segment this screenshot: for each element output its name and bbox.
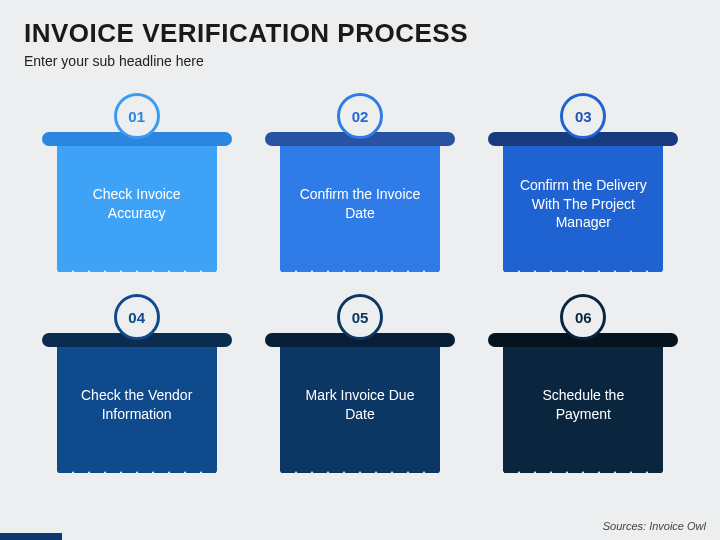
step-number-badge: 04: [114, 294, 160, 340]
step-4: 04 Check the Vendor Information: [40, 294, 233, 473]
step-number-badge: 01: [114, 93, 160, 139]
svg-marker-4: [280, 471, 440, 483]
step-number-badge: 03: [560, 93, 606, 139]
step-2: 02 Confirm the Invoice Date: [263, 93, 456, 272]
step-label: Confirm the Invoice Date: [290, 185, 430, 223]
zigzag-icon: [57, 471, 217, 483]
step-flag: Schedule the Payment: [503, 343, 663, 473]
svg-marker-0: [57, 270, 217, 282]
zigzag-icon: [503, 471, 663, 483]
step-flag: Confirm the Delivery With The Project Ma…: [503, 142, 663, 272]
step-label: Check Invoice Accuracy: [67, 185, 207, 223]
step-flag: Confirm the Invoice Date: [280, 142, 440, 272]
footer-accent: [0, 533, 62, 540]
page-title: INVOICE VERIFICATION PROCESS: [0, 0, 720, 53]
step-label: Confirm the Delivery With The Project Ma…: [513, 176, 653, 233]
step-number-badge: 06: [560, 294, 606, 340]
step-flag: Check the Vendor Information: [57, 343, 217, 473]
source-citation: Sources: Invoice Owl: [603, 520, 706, 532]
step-number-badge: 02: [337, 93, 383, 139]
step-number-badge: 05: [337, 294, 383, 340]
step-flag: Mark Invoice Due Date: [280, 343, 440, 473]
svg-marker-3: [57, 471, 217, 483]
steps-grid: 01 Check Invoice Accuracy 02 Confirm the…: [0, 83, 720, 473]
step-label: Check the Vendor Information: [67, 386, 207, 424]
step-label: Schedule the Payment: [513, 386, 653, 424]
svg-marker-1: [280, 270, 440, 282]
step-flag: Check Invoice Accuracy: [57, 142, 217, 272]
step-label: Mark Invoice Due Date: [290, 386, 430, 424]
subtitle: Enter your sub headline here: [0, 53, 720, 83]
zigzag-icon: [280, 471, 440, 483]
step-5: 05 Mark Invoice Due Date: [263, 294, 456, 473]
svg-marker-5: [503, 471, 663, 483]
step-6: 06 Schedule the Payment: [487, 294, 680, 473]
step-1: 01 Check Invoice Accuracy: [40, 93, 233, 272]
zigzag-icon: [57, 270, 217, 282]
svg-marker-2: [503, 270, 663, 282]
zigzag-icon: [503, 270, 663, 282]
step-3: 03 Confirm the Delivery With The Project…: [487, 93, 680, 272]
zigzag-icon: [280, 270, 440, 282]
